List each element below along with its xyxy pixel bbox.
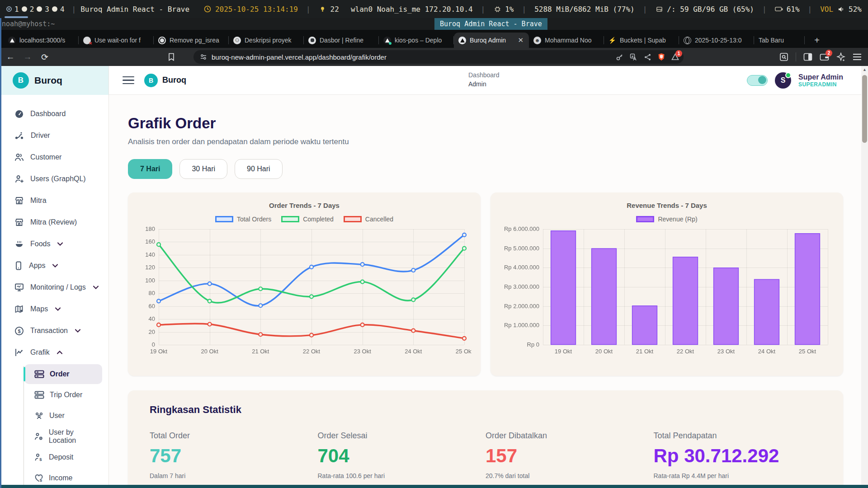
terminal-window-title[interactable]: noah@myhost:~ [2,20,55,28]
tab-close-icon[interactable]: ✕ [517,36,524,44]
brave-shields-icon[interactable] [658,53,665,61]
scroll-up-arrow[interactable]: ▲ [861,66,868,73]
sidebar-item-foods[interactable]: Foods [0,233,108,255]
url-text[interactable]: buroq-new-admin-panel.vercel.app/dashboa… [212,53,387,61]
browser-tab[interactable]: Remove pg_isrea [154,33,229,48]
browser-tab-active[interactable]: Buroq Admin ✕ [454,33,529,48]
legend-swatch [636,216,654,222]
browser-tab[interactable]: Mohammad Noo [529,33,604,48]
page-scrollbar[interactable]: ▲ [861,66,868,485]
workspace-3-icon [37,6,42,12]
map-icon [14,305,24,314]
workspace-4[interactable]: 4 [60,5,65,14]
sidebar-subitem-trip-order[interactable]: Trip Order [24,385,102,405]
stat-order-selesai: Order Selesai 704 Rata-rata 100.6 per ha… [318,431,486,479]
vercel-favicon [383,37,391,44]
brightness-icon [319,5,327,13]
site-settings-icon[interactable] [200,53,207,61]
sidebar-item-driver[interactable]: Driver [0,125,108,146]
password-key-icon[interactable] [616,53,623,61]
leo-ai-icon[interactable] [836,52,845,61]
disk-value: /: 59 GB/96 GB (65%) [667,5,754,14]
stats-title: Ringkasan Statistik [150,404,821,416]
sidebar-item-apps[interactable]: Apps [0,255,108,277]
cpu-value: 1% [505,5,514,14]
translate-icon[interactable] [630,53,637,61]
browser-tab[interactable]: 2025-10-25-13:0 [679,33,754,48]
svg-text:$: $ [39,456,42,461]
forward-button[interactable]: → [21,50,34,64]
theme-toggle[interactable] [747,75,768,86]
sidebar-subitem-deposit[interactable]: $ Deposit [24,447,102,467]
sidebar-item-maps[interactable]: Maps [0,298,108,320]
sidebar-item-dashboard[interactable]: Dashboard [0,103,108,125]
filter-30-days[interactable]: 30 Hari [179,159,227,179]
sidebar-item-monitoring[interactable]: Monitoring / Logs [0,277,108,298]
heart-dollar-icon: $ [34,474,43,483]
menu-icon[interactable] [853,53,862,61]
sidebar-subitem-income[interactable]: $ Income [24,468,102,485]
share-icon[interactable] [644,53,651,61]
sidebar-item-grafik[interactable]: Grafik [0,342,108,363]
page-title: Grafik Order [128,115,834,132]
scrollbar-thumb[interactable] [862,75,867,143]
bottom-window-edge [0,485,868,488]
search-tabs-icon[interactable] [779,52,788,61]
browser-tab[interactable]: kios-pos – Deplo [379,33,454,48]
trip-order-icon [34,391,44,399]
header-logo[interactable]: B Buroq [144,74,186,87]
chevron-up-icon [57,351,62,354]
sidebar-logo: B Buroq [0,66,108,95]
sidebar-subitem-user[interactable]: User [24,406,102,426]
sidebar-item-transaction[interactable]: $ Transaction [0,320,108,342]
workspace-1-icon [6,6,12,12]
volume-label: VOL [820,5,833,14]
volume-value: 52% [849,5,862,14]
user-plus-icon [14,174,24,183]
hamburger-menu-icon[interactable] [123,76,134,84]
workspace-4-icon [52,6,57,12]
address-bar[interactable]: buroq-new-admin-panel.vercel.app/dashboa… [193,50,684,64]
stat-order-dibatalkan: Order Dibatalkan 157 20.7% dari total [486,431,654,479]
bookmark-icon[interactable] [165,50,178,64]
sidebar-subitem-order[interactable]: Order [24,364,102,384]
sidebar-item-users-graphql[interactable]: Users (GraphQL) [0,168,108,190]
people-favicon [233,37,241,44]
workspace-2[interactable]: 2 [30,5,34,14]
browser-toolbar: ← → ⟳ buroq-new-admin-panel.vercel.app/d… [0,48,868,66]
workspace-switcher[interactable]: 1 2 3 4 [6,5,65,14]
period-filters: 7 Hari 30 Hari 90 Hari [128,159,834,179]
stat-total-pendapatan: Total Pendapatan Rp 30.712.292 Rata-rata… [654,431,822,479]
supabase-favicon: ⚡ [609,37,616,44]
workspace-1[interactable]: 1 [14,5,19,14]
active-window-title[interactable]: Buroq Admin React - Brave [434,18,547,30]
reload-button[interactable]: ⟳ [38,50,52,64]
rewards-badge: 1 [675,50,682,57]
sidebar-panel-icon[interactable] [803,53,812,61]
browser-tab[interactable]: ⚡ Buckets | Supab [604,33,679,48]
filter-90-days[interactable]: 90 Hari [235,159,283,179]
wallet-icon[interactable]: 2 [820,53,829,61]
smartphone-icon [14,261,23,270]
browser-tab[interactable]: Deskripsi proyek [229,33,304,48]
monitor-icon [14,283,24,292]
legend-swatch [215,216,233,222]
wallet-badge: 2 [826,50,832,56]
sidebar-subitem-user-by-location[interactable]: User by Location [24,427,102,446]
workspace-3[interactable]: 3 [45,5,49,14]
sidebar-item-mitra-review[interactable]: Mitra (Review) [0,211,108,233]
filter-7-days[interactable]: 7 Hari [128,159,172,179]
browser-tab-new[interactable]: Tab Baru [754,33,805,48]
brave-rewards-icon[interactable]: 1 [671,53,679,61]
browser-tab[interactable]: Dasbor | Refine [304,33,379,48]
browser-tab[interactable]: localhost:3000/s [4,33,79,48]
order-trends-title: Order Trends - 7 Days [137,202,472,209]
browser-tab[interactable]: Use wait-on for f [79,33,154,48]
chevron-down-icon [55,307,61,311]
back-button[interactable]: ← [4,50,17,64]
sidebar-item-customer[interactable]: Customer [0,146,108,168]
avatar[interactable]: S [775,72,791,89]
volume-icon [837,5,845,13]
sidebar-item-mitra[interactable]: Mitra [0,190,108,211]
new-tab-button[interactable]: + [808,33,826,47]
